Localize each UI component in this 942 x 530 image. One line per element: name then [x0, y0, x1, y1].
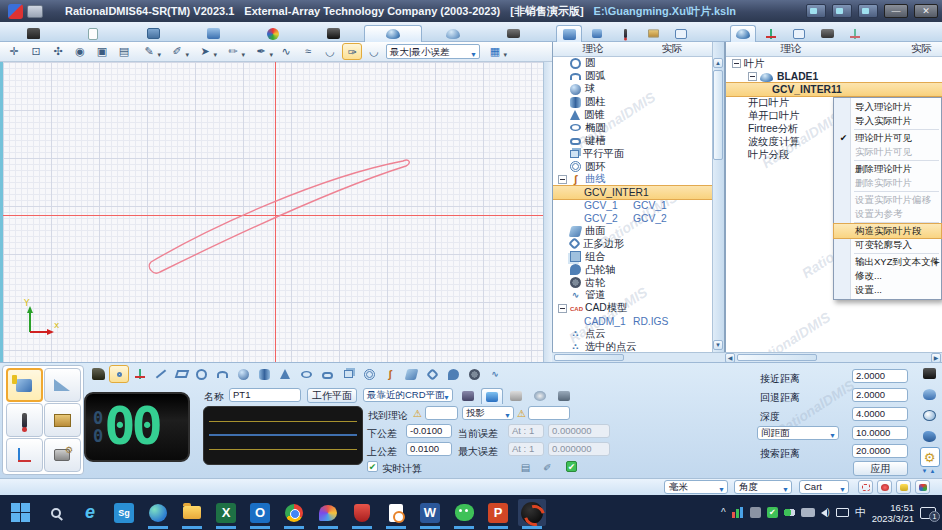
taskbar-docviewer[interactable]: [382, 499, 410, 526]
tree-item-cadm-1[interactable]: CADM_1RD.IGS: [553, 315, 712, 328]
tray-wechat-icon[interactable]: [784, 507, 795, 518]
program-status-icon[interactable]: [832, 4, 852, 18]
projection-field[interactable]: [528, 406, 570, 420]
window-menu-icon[interactable]: [27, 5, 43, 18]
tree-item-cad-model[interactable]: CAD模型: [553, 302, 712, 315]
tree-item-arc[interactable]: 圆弧: [553, 70, 712, 83]
probe-view-button[interactable]: [920, 384, 940, 404]
profile-tool-icon[interactable]: ◡: [364, 43, 384, 60]
torus-feature-button[interactable]: [361, 365, 381, 383]
taskbar-search[interactable]: [42, 499, 70, 526]
tree-item-gcv-2[interactable]: GCV_2GCV_2: [553, 212, 712, 225]
tree-item-blade1[interactable]: BLADE1: [726, 70, 942, 83]
retract-distance-input[interactable]: 2.0000: [852, 388, 908, 402]
tray-check-icon[interactable]: ✔: [767, 507, 778, 518]
curve-feature-button[interactable]: [382, 365, 402, 383]
blade-tree-hscrollbar[interactable]: ◀ ▶: [724, 352, 942, 362]
tab-blade-camera[interactable]: [814, 25, 840, 42]
cone-feature-button[interactable]: [277, 365, 297, 383]
tab-blade-cam[interactable]: [484, 25, 542, 42]
hscroll-thumb[interactable]: [737, 354, 817, 361]
tree-item-torus[interactable]: 圆环: [553, 160, 712, 173]
tab-blade-window[interactable]: [786, 25, 812, 42]
tree-item-circle[interactable]: 圆: [553, 57, 712, 70]
polygon-feature-button[interactable]: [424, 365, 444, 383]
eye-view-icon[interactable]: ◉: [70, 43, 90, 60]
tree-item-gcv-inter11-selected[interactable]: GCV_INTER11: [726, 83, 942, 96]
taskbar-ie[interactable]: e: [76, 499, 104, 526]
menu-construct-actual-blade-segment[interactable]: 构造实际叶片段: [834, 224, 941, 238]
wave2-tool-icon[interactable]: ≈: [298, 43, 318, 60]
feature-tree-vscrollbar[interactable]: ▲ ▼: [712, 42, 724, 352]
probe-adjust-icon[interactable]: ✐: [540, 461, 555, 474]
hscroll-thumb[interactable]: [554, 354, 624, 361]
tray-expand-icon[interactable]: ^: [721, 507, 726, 518]
circle-feature-button[interactable]: [193, 365, 213, 383]
zoom-window-icon[interactable]: ⊡: [26, 43, 46, 60]
tree-item-ellipse[interactable]: 椭圆: [553, 121, 712, 134]
report-icon[interactable]: ▤: [518, 461, 533, 474]
ruler-tool-button[interactable]: [44, 368, 81, 402]
select-box-icon[interactable]: ▣: [92, 43, 112, 60]
machine-status-icon[interactable]: [806, 4, 826, 18]
cylinder-feature-button[interactable]: [256, 365, 276, 383]
menu-delete-theory-blade[interactable]: 删除理论叶片: [834, 162, 941, 176]
ime-indicator[interactable]: 中: [855, 505, 866, 520]
tree-item-cone[interactable]: 圆锥: [553, 109, 712, 122]
taskbar-excel[interactable]: X: [212, 499, 240, 526]
probe-vector-toggle[interactable]: [896, 480, 911, 494]
taskbar-sogou[interactable]: Sg: [110, 499, 138, 526]
tree-item-blade-root[interactable]: 叶片: [726, 57, 942, 70]
tab-crate-view[interactable]: [640, 25, 666, 42]
parallel-plane-feature-button[interactable]: [340, 365, 360, 383]
magnet-tool-button[interactable]: [88, 365, 108, 383]
tab-probe-view[interactable]: [612, 25, 638, 42]
gear-feature-button[interactable]: [466, 365, 486, 383]
tab-blade-view[interactable]: [424, 25, 482, 42]
taskbar-wechat[interactable]: [450, 499, 478, 526]
blade-section-tool-icon[interactable]: ✎: [136, 43, 162, 60]
error-filter-dropdown[interactable]: 最大|最小误差: [386, 44, 480, 59]
scroll-thumb[interactable]: [713, 70, 723, 160]
upper-tol-input[interactable]: 0.0100: [406, 442, 452, 456]
search-distance-input[interactable]: 20.0000: [852, 444, 908, 458]
collapse-icon[interactable]: [558, 304, 567, 313]
blade-analyze-tool-icon[interactable]: ✒: [248, 43, 274, 60]
plane-feature-button[interactable]: [172, 365, 192, 383]
collapse-icon[interactable]: [732, 59, 741, 68]
panel-collapse-arrows[interactable]: ▼▲: [922, 468, 938, 474]
tree-item-surface[interactable]: 曲面: [553, 225, 712, 238]
taskbar-outlook[interactable]: O: [246, 499, 274, 526]
scroll-up-icon[interactable]: ▲: [713, 58, 723, 68]
taskbar-rationaldmis-active[interactable]: [518, 499, 546, 526]
plane-dropdown[interactable]: 最靠近的CRD平面: [363, 388, 453, 402]
tray-usb-icon[interactable]: [750, 507, 761, 518]
close-button[interactable]: ✕: [914, 4, 938, 18]
tab-blade-axes[interactable]: [758, 25, 784, 42]
point-feature-button-active[interactable]: [109, 365, 129, 383]
menu-import-theory-blade[interactable]: 导入理论叶片: [834, 100, 941, 114]
probe-display-toggle[interactable]: [877, 480, 892, 494]
probe-cube-button-active[interactable]: [6, 368, 43, 402]
scroll-down-icon[interactable]: ▼: [713, 340, 723, 350]
workplane-button[interactable]: 工作平面: [307, 388, 357, 403]
machine-setup-button[interactable]: [44, 438, 81, 472]
graphics-viewport[interactable]: [0, 62, 543, 362]
connection-status-icon[interactable]: [858, 4, 878, 18]
menu-theory-blade-visible[interactable]: ✔理论叶片可见: [834, 131, 941, 145]
depth-input[interactable]: 4.0000: [852, 407, 908, 421]
pan-icon[interactable]: ✣: [48, 43, 68, 60]
blade-curve-tool-icon[interactable]: ✐: [164, 43, 190, 60]
tree-item-curve[interactable]: 曲线: [553, 173, 712, 186]
tab-feature-tree[interactable]: [556, 25, 582, 42]
coordinate-button[interactable]: [6, 438, 43, 472]
tray-card-icon[interactable]: [801, 508, 815, 517]
spacing-plane-dropdown[interactable]: 间距面: [757, 426, 839, 440]
output-device-button[interactable]: [920, 363, 940, 383]
tab-print[interactable]: [4, 25, 62, 42]
surface-feature-button[interactable]: [403, 365, 423, 383]
tab-blade-coord[interactable]: [842, 25, 868, 42]
minimize-button[interactable]: —: [884, 4, 908, 18]
move-view-icon[interactable]: ✛: [4, 43, 24, 60]
compass-tab[interactable]: [529, 388, 551, 404]
